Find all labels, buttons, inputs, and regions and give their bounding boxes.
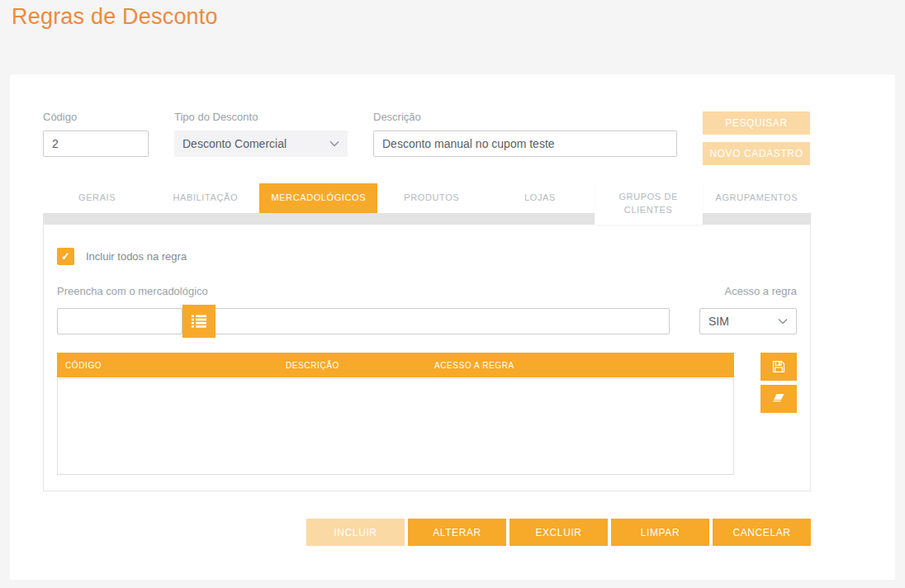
search-actions: PESQUISAR NOVO CADASTRO bbox=[703, 111, 810, 165]
table-side-actions bbox=[760, 353, 797, 413]
descricao-label: Descrição bbox=[373, 111, 677, 123]
page-title: Regras de Desconto bbox=[12, 4, 218, 30]
descricao-field-group: Descrição bbox=[373, 111, 677, 157]
codigo-input[interactable] bbox=[43, 130, 149, 157]
tab-lojas[interactable]: LOJAS bbox=[486, 183, 594, 213]
mercadologicos-table: CÓDIGO DESCRIÇÃO ACESSO A REGRA bbox=[57, 353, 734, 475]
table-body-empty bbox=[57, 378, 734, 475]
tab-agrupamentos[interactable]: AGRUPAMENTOS bbox=[703, 183, 811, 213]
acesso-regra-select[interactable]: SIM bbox=[699, 308, 797, 334]
search-form: Código Tipo do Desconto Desconto Comerci… bbox=[43, 111, 811, 165]
mercadologicos-panel: ✓ Incluir todos na regra Preencha com o … bbox=[43, 225, 811, 491]
clear-row-button[interactable] bbox=[760, 385, 797, 413]
cancelar-button[interactable]: CANCELAR bbox=[713, 519, 811, 546]
acesso-regra-value: SIM bbox=[708, 315, 729, 328]
tab-grupos-de-clientes[interactable]: GRUPOS DE CLIENTES bbox=[595, 183, 703, 225]
mercadologico-lookup-button[interactable] bbox=[182, 305, 216, 338]
check-icon: ✓ bbox=[61, 250, 70, 263]
save-icon bbox=[772, 360, 785, 373]
column-header-descricao: DESCRIÇÃO bbox=[286, 361, 434, 370]
pesquisar-button[interactable]: PESQUISAR bbox=[703, 111, 810, 135]
eraser-icon bbox=[772, 393, 786, 405]
tipo-desconto-label: Tipo do Desconto bbox=[174, 111, 348, 123]
tipo-desconto-select[interactable]: Desconto Comercial bbox=[174, 130, 348, 157]
picker-inputs-row: SIM bbox=[57, 305, 797, 338]
tipo-desconto-value: Desconto Comercial bbox=[182, 137, 287, 150]
chevron-down-icon bbox=[329, 140, 339, 147]
novo-cadastro-button[interactable]: NOVO CADASTRO bbox=[703, 142, 810, 165]
excluir-button[interactable]: EXCLUIR bbox=[509, 519, 608, 546]
tab-produtos[interactable]: PRODUTOS bbox=[377, 183, 486, 213]
descricao-input[interactable] bbox=[373, 130, 677, 157]
mercadologico-description-input[interactable] bbox=[216, 308, 670, 334]
tabs-section: GERAIS HABILITAÇÃO MERCADOLÓGICOS PRODUT… bbox=[43, 183, 811, 225]
tab-bar: GERAIS HABILITAÇÃO MERCADOLÓGICOS PRODUT… bbox=[43, 183, 811, 213]
incluir-button[interactable]: INCLUIR bbox=[306, 519, 405, 546]
mercadologico-label: Preencha com o mercadológico bbox=[57, 285, 208, 297]
save-row-button[interactable] bbox=[760, 353, 797, 381]
column-header-acesso-a-regra: ACESSO A REGRA bbox=[434, 361, 734, 370]
tab-gerais[interactable]: GERAIS bbox=[43, 183, 151, 213]
tab-habilitacao[interactable]: HABILITAÇÃO bbox=[151, 183, 259, 213]
chevron-down-icon bbox=[778, 318, 788, 325]
codigo-label: Código bbox=[43, 111, 149, 123]
tab-mercadologicos[interactable]: MERCADOLÓGICOS bbox=[259, 183, 377, 213]
codigo-field-group: Código bbox=[43, 111, 149, 157]
picker-labels-row: Preencha com o mercadológico Acesso a re… bbox=[57, 285, 797, 297]
tipo-desconto-field-group: Tipo do Desconto Desconto Comercial bbox=[174, 111, 348, 157]
alterar-button[interactable]: ALTERAR bbox=[408, 519, 506, 546]
limpar-button[interactable]: LIMPAR bbox=[611, 519, 709, 546]
include-all-row: ✓ Incluir todos na regra bbox=[57, 248, 797, 265]
mercadologicos-table-section: CÓDIGO DESCRIÇÃO ACESSO A REGRA bbox=[57, 353, 797, 475]
list-icon bbox=[192, 315, 206, 328]
main-card: Código Tipo do Desconto Desconto Comerci… bbox=[10, 74, 895, 580]
include-all-checkbox[interactable]: ✓ bbox=[57, 248, 74, 265]
mercadologico-code-input[interactable] bbox=[57, 308, 182, 334]
column-header-codigo: CÓDIGO bbox=[57, 361, 286, 370]
include-all-label: Incluir todos na regra bbox=[86, 250, 187, 263]
acesso-regra-label: Acesso a regra bbox=[725, 285, 797, 297]
bottom-actions: INCLUIR ALTERAR EXCLUIR LIMPAR CANCELAR bbox=[43, 519, 811, 546]
table-header-row: CÓDIGO DESCRIÇÃO ACESSO A REGRA bbox=[57, 353, 734, 377]
